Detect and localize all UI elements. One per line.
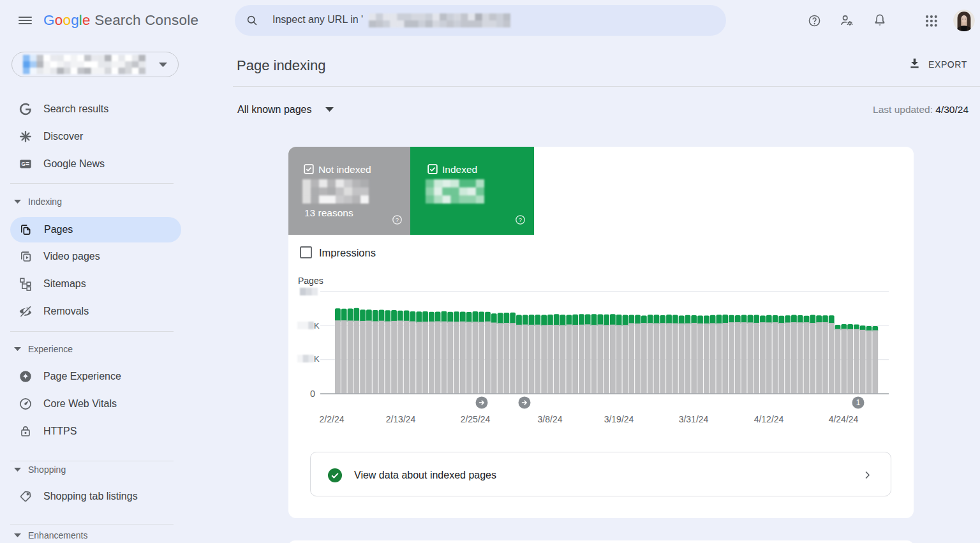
- svg-text:?: ?: [519, 216, 522, 223]
- svg-text:2/25/24: 2/25/24: [461, 414, 491, 424]
- svg-text:3/8/24: 3/8/24: [538, 414, 563, 424]
- svg-text:2/2/24: 2/2/24: [320, 414, 345, 424]
- svg-text:4/24/24: 4/24/24: [829, 414, 859, 424]
- svg-text:3/19/24: 3/19/24: [604, 414, 634, 424]
- svg-text:G: G: [22, 161, 26, 167]
- svg-text:?: ?: [396, 216, 399, 223]
- svg-text:3/31/24: 3/31/24: [679, 414, 709, 424]
- svg-text:2/13/24: 2/13/24: [386, 414, 416, 424]
- svg-text:1: 1: [856, 398, 861, 407]
- svg-text:4/12/24: 4/12/24: [754, 414, 784, 424]
